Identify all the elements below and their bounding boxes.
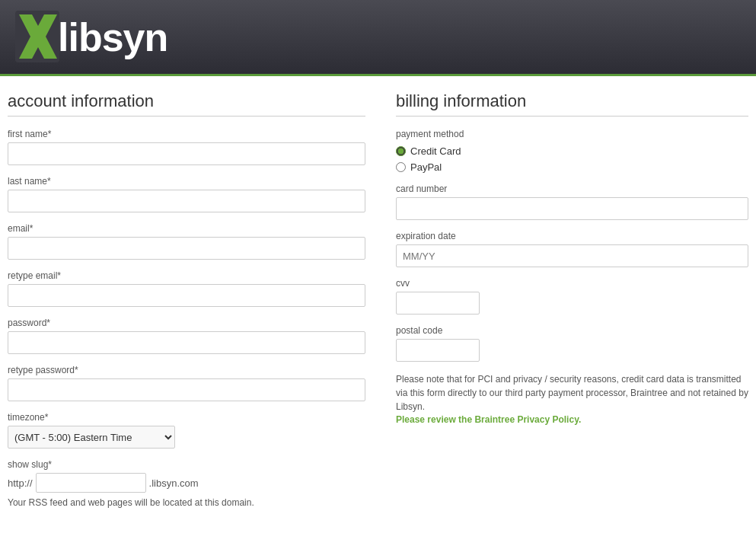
password-input[interactable]	[8, 331, 365, 354]
libsyn-logo-icon	[15, 11, 61, 64]
header: libsyn	[0, 0, 756, 76]
slug-input[interactable]	[36, 473, 146, 493]
retype-email-label: retype email*	[8, 270, 365, 281]
timezone-select[interactable]: (GMT - 5:00) Eastern Time (GMT - 6:00) C…	[8, 426, 175, 449]
timezone-label: timezone*	[8, 412, 365, 423]
slug-suffix: .libsyn.com	[149, 477, 199, 489]
slug-hint: Your RSS feed and web pages will be loca…	[8, 497, 365, 508]
card-number-input[interactable]	[396, 197, 748, 220]
expiration-date-input[interactable]	[396, 244, 748, 267]
billing-section: billing information payment method Credi…	[396, 91, 748, 519]
paypal-option[interactable]: PayPal	[396, 161, 748, 173]
paypal-label: PayPal	[410, 161, 442, 173]
cvv-group: cvv	[396, 278, 748, 315]
logo-container: libsyn	[15, 11, 167, 64]
payment-radio-group: Credit Card PayPal	[396, 145, 748, 173]
credit-card-label: Credit Card	[410, 145, 461, 157]
last-name-label: last name*	[8, 176, 365, 187]
pci-notice: Please note that for PCI and privacy / s…	[396, 372, 748, 413]
slug-row: http:// .libsyn.com	[8, 473, 365, 493]
payment-method-group: payment method Credit Card PayPal	[396, 129, 748, 173]
retype-password-input[interactable]	[8, 378, 365, 401]
email-group: email*	[8, 223, 365, 260]
expiration-date-label: expiration date	[396, 231, 748, 241]
last-name-input[interactable]	[8, 190, 365, 212]
slug-prefix: http://	[8, 477, 33, 489]
billing-section-title: billing information	[396, 91, 748, 117]
show-slug-group: show slug* http:// .libsyn.com Your RSS …	[8, 459, 365, 508]
postal-code-input[interactable]	[396, 339, 480, 362]
card-number-group: card number	[396, 184, 748, 220]
password-group: password*	[8, 318, 365, 354]
retype-email-input[interactable]	[8, 284, 365, 307]
first-name-label: first name*	[8, 129, 365, 139]
account-section-title: account information	[8, 91, 365, 117]
credit-card-radio[interactable]	[396, 146, 406, 156]
retype-password-label: retype password*	[8, 365, 365, 375]
logo-text: libsyn	[58, 14, 167, 60]
card-number-label: card number	[396, 184, 748, 194]
timezone-group: timezone* (GMT - 5:00) Eastern Time (GMT…	[8, 412, 365, 449]
last-name-group: last name*	[8, 176, 365, 212]
retype-email-group: retype email*	[8, 270, 365, 307]
first-name-input[interactable]	[8, 142, 365, 165]
expiration-date-group: expiration date	[396, 231, 748, 267]
show-slug-label: show slug*	[8, 459, 365, 470]
first-name-group: first name*	[8, 129, 365, 165]
postal-code-label: postal code	[396, 325, 748, 336]
paypal-radio[interactable]	[396, 162, 406, 172]
retype-password-group: retype password*	[8, 365, 365, 401]
postal-code-group: postal code	[396, 325, 748, 362]
credit-card-option[interactable]: Credit Card	[396, 145, 748, 157]
cvv-label: cvv	[396, 278, 748, 289]
payment-method-label: payment method	[396, 129, 748, 139]
cvv-input[interactable]	[396, 292, 480, 315]
main-content: account information first name* last nam…	[0, 76, 756, 534]
braintree-privacy-link[interactable]: Please review the Braintree Privacy Poli…	[396, 414, 581, 425]
password-label: password*	[8, 318, 365, 328]
account-section: account information first name* last nam…	[8, 91, 365, 519]
email-input[interactable]	[8, 237, 365, 260]
email-label: email*	[8, 223, 365, 234]
